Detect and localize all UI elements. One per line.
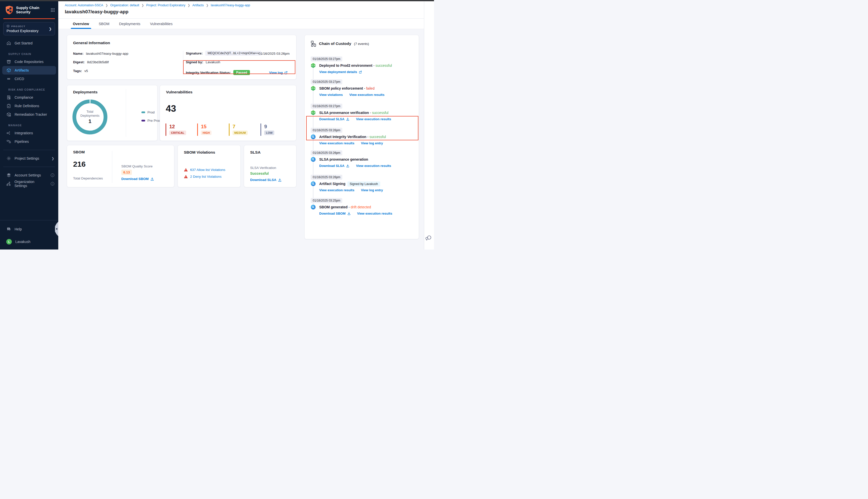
tab-vulnerabilities[interactable]: Vulnerabilities — [150, 19, 172, 29]
view-execution-results-link[interactable]: View execution results — [319, 188, 354, 192]
signed-by-value: Lavakush — [206, 60, 220, 64]
breadcrumb-account[interactable]: Account: Automation-SSCA — [65, 3, 103, 7]
artifact-name-value: lavakush07/easy-buggy-app — [86, 52, 128, 56]
tab-sbom[interactable]: SBOM — [99, 19, 109, 29]
event-timestamp: 01/16/2025 03:27pm — [311, 57, 342, 61]
chain-of-custody-card: Chain of Custody (7 events) 01/16/2025 0… — [304, 35, 419, 239]
breadcrumb-separator: ❯ — [188, 3, 190, 7]
download-slsa-link[interactable]: Download SLSA — [319, 117, 349, 121]
external-link-icon — [359, 71, 362, 74]
view-execution-results-link[interactable]: View execution results — [357, 211, 392, 215]
sidebar-item-compliance[interactable]: Compliance — [0, 93, 58, 102]
sbom-total-dependencies-value: 216 — [73, 160, 86, 168]
sidebar-item-code-repositories[interactable]: Code Repositories — [0, 58, 58, 66]
deployments-card: Deployments Total Deployments 1 Prod — [67, 85, 157, 141]
external-link-icon — [284, 71, 288, 74]
card-title: Deployments — [73, 90, 97, 94]
breadcrumb-artifacts[interactable]: Artifacts — [192, 3, 204, 7]
module-grid-icon[interactable] — [51, 8, 55, 12]
event-title: Deployed to Prod2 environment — [319, 63, 373, 68]
sidebar-item-integrations[interactable]: Integrations — [0, 129, 58, 137]
sidebar-item-cicd[interactable]: ∞ CI/CD — [0, 75, 58, 83]
event-title: SLSA provenance generation — [319, 157, 368, 161]
download-sbom-link[interactable]: Download SBOM — [319, 211, 351, 215]
page-header: Account: Automation-SSCA❯ Organization: … — [58, 1, 424, 19]
code-repo-icon — [6, 60, 11, 64]
sbom-quality-score-label: SBOM Quality Score — [121, 165, 153, 168]
collapse-arrow-icon — [56, 228, 57, 230]
view-deployment-details-link[interactable]: View deployment details — [319, 70, 362, 74]
main-content: General Information Name: lavakush07/eas… — [58, 29, 424, 250]
scan-event-icon — [311, 157, 316, 162]
deny-list-violations-link[interactable]: 2 Deny list Violations — [190, 175, 221, 179]
download-sbom-link[interactable]: Download SBOM — [121, 177, 154, 181]
sidebar-item-account-settings[interactable]: Account Settings i — [0, 171, 58, 180]
home-icon — [6, 41, 11, 46]
sidebar-item-artifacts[interactable]: Artifacts — [2, 66, 56, 75]
sidebar-item-rule-definitions[interactable]: Rule Definitions — [0, 102, 58, 110]
brand-header: Supply Chain Security — [0, 1, 58, 18]
view-execution-results-link[interactable]: View execution results — [356, 164, 391, 168]
artifacts-cube-icon — [6, 68, 11, 73]
sidebar-item-help[interactable]: ? Help — [0, 225, 58, 233]
view-violations-link[interactable]: View violations — [319, 93, 343, 97]
view-log-entry-link[interactable]: View log entry — [361, 188, 383, 192]
sidebar-item-remediation-tracker[interactable]: Remediation Tracker — [0, 110, 58, 119]
project-selector-value: Product Exploratory — [7, 29, 52, 33]
sidebar: Supply Chain Security PROJECT Product Ex… — [0, 1, 58, 250]
severity-badge: LOW — [264, 131, 274, 135]
sbom-total-label: Total Dependencies — [73, 177, 103, 180]
chevron-right-icon: ❯ — [49, 27, 52, 31]
sidebar-item-user[interactable]: L Lavakush — [0, 238, 58, 246]
view-log-entry-link[interactable]: View log entry — [361, 141, 383, 145]
signed-by-label: Signed by: — [186, 60, 203, 64]
breadcrumb-project[interactable]: Project: Product Exploratory — [146, 3, 185, 7]
sidebar-item-label: Pipelines — [14, 139, 29, 144]
view-execution-results-link[interactable]: View execution results — [356, 117, 391, 121]
shield-logo-icon — [5, 5, 14, 15]
view-execution-results-link[interactable]: View execution results — [349, 93, 385, 97]
tags-label: Tags: — [73, 69, 82, 73]
app-window: Supply Chain Security PROJECT Product Ex… — [0, 0, 434, 250]
severity-badge: CRITICAL — [169, 131, 186, 135]
right-rail — [424, 1, 434, 250]
chat-bubbles-icon[interactable] — [425, 235, 432, 242]
remediation-icon — [6, 112, 11, 117]
sidebar-nav: Get Started SUPPLY CHAIN Code Repositori… — [0, 39, 58, 188]
info-icon: i — [51, 182, 54, 185]
event-status: failed — [364, 86, 374, 90]
sidebar-item-project-settings[interactable]: Project Settings ❯ — [0, 154, 58, 163]
breadcrumb-current[interactable]: lavakush07/easy-buggy-app — [211, 3, 250, 7]
sidebar-section-risk: RISK AND COMPLIANCE — [0, 88, 58, 91]
download-icon — [347, 212, 351, 215]
card-title: SLSA — [250, 150, 261, 155]
sidebar-item-pipelines[interactable]: Pipelines — [0, 137, 58, 146]
view-log-link[interactable]: View log — [269, 71, 288, 75]
view-execution-results-link[interactable]: View execution results — [319, 141, 354, 145]
card-title: SBOM — [73, 150, 85, 154]
breadcrumb-separator: ❯ — [206, 3, 208, 7]
help-icon: ? — [6, 227, 11, 231]
event-title: SBOM generated — [319, 205, 348, 209]
allow-list-violations-link[interactable]: 637 Allow list Violations — [190, 168, 225, 172]
download-slsa-link[interactable]: Download SLSA — [319, 164, 349, 168]
sidebar-item-organization-settings[interactable]: Organization Settings i — [0, 180, 58, 188]
event-status: drift detected — [349, 205, 371, 209]
tab-overview[interactable]: Overview — [73, 19, 89, 29]
scan-event-icon — [311, 205, 316, 210]
severity-badge: HIGH — [201, 131, 212, 135]
scan-event-icon — [311, 134, 316, 139]
sbom-card: SBOM 216 Total Dependencies SBOM Quality… — [67, 145, 174, 187]
tab-deployments[interactable]: Deployments — [119, 19, 141, 29]
sidebar-section-manage: MANAGE — [0, 124, 58, 127]
digest-label: Digest: — [73, 60, 85, 64]
integrations-icon — [6, 131, 11, 135]
event-status: successful — [370, 111, 388, 115]
breadcrumb-organization[interactable]: Organization: default — [110, 3, 139, 7]
project-selector[interactable]: PROJECT Product Exploratory ❯ — [3, 22, 55, 35]
sidebar-item-label: Account Settings — [14, 173, 41, 177]
pipeline-event-icon — [311, 110, 316, 115]
sidebar-item-label: Artifacts — [14, 68, 29, 72]
download-slsa-link[interactable]: Download SLSA — [250, 178, 281, 182]
sidebar-item-get-started[interactable]: Get Started — [0, 39, 58, 47]
